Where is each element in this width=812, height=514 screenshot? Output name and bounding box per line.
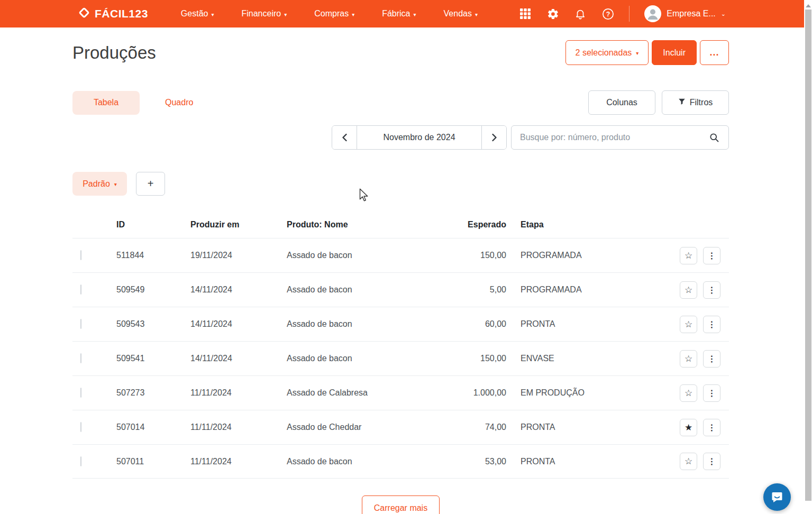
account-menu[interactable]: Empresa E... ⌄ <box>644 5 726 22</box>
table-header: ID Produzir em Produto: Nome Esperado Et… <box>72 212 729 238</box>
favorite-star-button[interactable]: ★ <box>680 419 697 436</box>
row-id: 507014 <box>116 423 190 432</box>
more-options-button[interactable]: ... <box>700 40 729 65</box>
chat-bubble-icon <box>770 490 784 504</box>
row-checkbox[interactable] <box>80 319 81 329</box>
tab-tabela[interactable]: Tabela <box>72 91 140 115</box>
caret-down-icon: ▾ <box>636 50 638 56</box>
row-esperado: 60,00 <box>440 319 506 329</box>
favorite-star-button[interactable]: ☆ <box>680 350 697 368</box>
previous-month-button[interactable] <box>332 126 357 149</box>
column-header-produto-nome[interactable]: Produto: Nome <box>287 220 440 230</box>
month-label[interactable]: Novembro de 2024 <box>357 126 482 149</box>
menu-compras[interactable]: Compras ▾ <box>314 9 354 19</box>
favorite-star-button[interactable]: ☆ <box>680 316 697 333</box>
row-id: 511844 <box>116 251 190 260</box>
scrollbar-up-arrow[interactable] <box>806 4 811 7</box>
brand-name: FÁCIL123 <box>95 7 148 20</box>
row-actions-menu-button[interactable]: ⋮ <box>703 384 720 402</box>
search-icon <box>709 132 719 143</box>
row-etapa: PRONTA <box>506 423 665 432</box>
settings-gear-icon[interactable] <box>546 7 559 20</box>
row-esperado: 150,00 <box>440 251 506 260</box>
brand-logo[interactable]: FÁCIL123 <box>78 7 148 21</box>
search-input[interactable] <box>512 133 700 142</box>
help-icon[interactable]: ? <box>601 7 614 20</box>
row-produzir-em: 14/11/2024 <box>190 285 287 295</box>
row-actions-menu-button[interactable]: ⋮ <box>703 316 720 333</box>
load-more-button[interactable]: Carregar mais <box>362 495 440 514</box>
favorite-star-button[interactable]: ☆ <box>680 384 697 402</box>
include-button[interactable]: Incluir <box>652 40 697 65</box>
row-produto: Assado de Calabresa <box>287 388 440 398</box>
preset-padrao-button[interactable]: Padrão ▾ <box>72 172 127 196</box>
row-etapa: PROGRAMADA <box>506 285 665 295</box>
caret-down-icon: ▾ <box>284 12 287 17</box>
row-produto: Assado de bacon <box>287 354 440 363</box>
column-header-produzir-em[interactable]: Produzir em <box>190 220 287 230</box>
menu-vendas[interactable]: Vendas ▾ <box>444 9 478 19</box>
chat-launcher-button[interactable] <box>763 483 791 511</box>
row-actions-menu-button[interactable]: ⋮ <box>703 247 720 264</box>
tab-quadro[interactable]: Quadro <box>165 98 193 107</box>
main-menu: Gestão ▾ Financeiro ▾ Compras ▾ Fábrica … <box>181 9 478 19</box>
scrollbar-thumb[interactable] <box>805 10 811 501</box>
table-row: 507011 11/11/2024 Assado de bacon 53,00 … <box>72 444 729 479</box>
chevron-right-icon <box>491 133 498 142</box>
row-etapa: PRONTA <box>506 319 665 329</box>
caret-down-icon: ▾ <box>352 12 354 17</box>
row-id: 507273 <box>116 388 190 398</box>
column-header-id[interactable]: ID <box>116 220 190 230</box>
search-button[interactable] <box>700 126 728 149</box>
row-checkbox[interactable] <box>80 353 81 363</box>
page-scrollbar[interactable] <box>804 0 812 514</box>
row-checkbox[interactable] <box>80 422 81 432</box>
row-produto: Assado de bacon <box>287 251 440 260</box>
next-month-button[interactable] <box>482 126 506 149</box>
row-checkbox[interactable] <box>80 284 81 295</box>
table-row: 511844 19/11/2024 Assado de bacon 150,00… <box>72 238 729 272</box>
add-view-button[interactable]: + <box>136 172 165 196</box>
row-esperado: 1.000,00 <box>440 388 506 398</box>
menu-financeiro[interactable]: Financeiro ▾ <box>241 9 287 19</box>
row-checkbox[interactable] <box>80 388 81 398</box>
page-title: Produções <box>72 43 156 63</box>
row-produzir-em: 19/11/2024 <box>190 251 287 260</box>
favorite-star-button[interactable]: ☆ <box>680 281 697 299</box>
favorite-star-button[interactable]: ☆ <box>680 453 697 470</box>
filters-button[interactable]: Filtros <box>662 90 729 115</box>
row-checkbox[interactable] <box>80 456 81 466</box>
row-id: 509541 <box>116 354 190 363</box>
menu-gestao[interactable]: Gestão ▾ <box>181 9 214 19</box>
row-actions-menu-button[interactable]: ⋮ <box>703 350 720 368</box>
menu-fabrica[interactable]: Fábrica ▾ <box>382 9 416 19</box>
caret-down-icon: ▾ <box>114 181 117 187</box>
account-name: Empresa E... <box>667 9 715 19</box>
table-row: 509543 14/11/2024 Assado de bacon 60,00 … <box>72 307 729 341</box>
search-box <box>511 125 729 150</box>
avatar <box>644 5 661 22</box>
apps-grid-icon[interactable] <box>519 7 532 20</box>
row-actions-menu-button[interactable]: ⋮ <box>703 453 720 470</box>
row-produzir-em: 11/11/2024 <box>190 457 287 466</box>
table-row: 507014 11/11/2024 Assado de Cheddar 74,0… <box>72 410 729 444</box>
row-etapa: PRONTA <box>506 457 665 466</box>
row-id: 509543 <box>116 319 190 329</box>
favorite-star-button[interactable]: ☆ <box>680 247 697 264</box>
column-header-etapa[interactable]: Etapa <box>506 220 665 230</box>
selected-items-button[interactable]: 2 selecionadas ▾ <box>565 40 649 65</box>
svg-text:?: ? <box>606 10 610 17</box>
caret-down-icon: ▾ <box>211 12 214 17</box>
column-header-esperado[interactable]: Esperado <box>440 220 506 230</box>
notifications-bell-icon[interactable] <box>574 7 587 20</box>
row-checkbox[interactable] <box>80 250 81 260</box>
row-produto: Assado de bacon <box>287 457 440 466</box>
row-produzir-em: 14/11/2024 <box>190 319 287 329</box>
row-actions-menu-button[interactable]: ⋮ <box>703 281 720 299</box>
columns-button[interactable]: Colunas <box>588 90 655 115</box>
row-esperado: 5,00 <box>440 285 506 295</box>
table-body: 511844 19/11/2024 Assado de bacon 150,00… <box>72 238 729 479</box>
chevron-left-icon <box>341 133 348 142</box>
row-actions-menu-button[interactable]: ⋮ <box>703 419 720 436</box>
chevron-down-icon: ⌄ <box>721 11 726 17</box>
